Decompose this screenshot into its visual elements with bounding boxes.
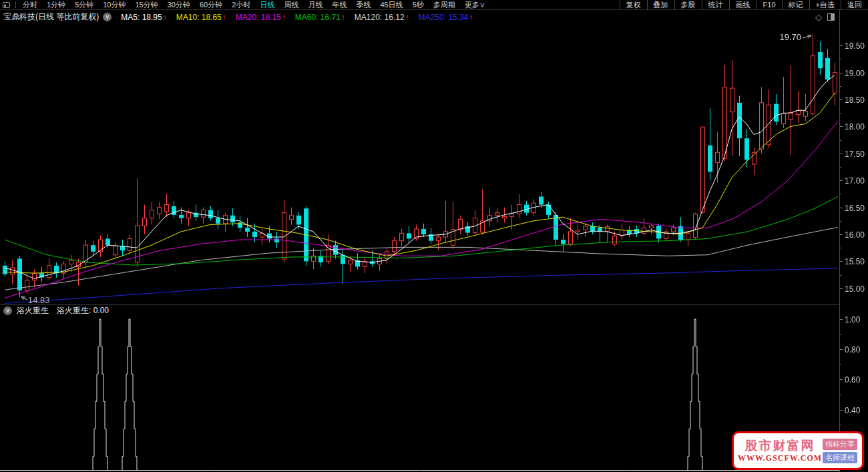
period-tab[interactable]: 15分钟 xyxy=(131,0,163,10)
indicator-header-row: ∨ 浴火重生 浴火重生: 0.00 xyxy=(0,304,839,316)
ma-legend-value: MA60: 16.71↑ xyxy=(295,13,345,22)
period-tab[interactable]: 年线 xyxy=(327,0,351,10)
toolbar-action-button[interactable]: 多股 xyxy=(674,0,702,10)
period-tab[interactable]: 多周期 xyxy=(429,0,460,10)
period-tab[interactable]: 5秒 xyxy=(408,0,429,10)
indicator-name: 浴火重生 xyxy=(17,305,49,316)
period-toolbar: 分时 1分钟 5分钟 10分钟 15分钟 30分钟 60分钟 2小时 日线 xyxy=(0,0,868,10)
up-arrow-icon: ↑ xyxy=(405,13,409,22)
window-layout-icon[interactable] xyxy=(3,2,10,8)
ma-legend-value: MA120: 16.12↑ xyxy=(355,13,409,22)
toolbar-action-button[interactable]: 复权 xyxy=(620,0,647,10)
watermark-url: WWW.GSCFW.COM xyxy=(737,453,823,463)
ma-legend-value: MA20: 18.15↑ xyxy=(236,13,286,22)
diamond-marker-icon[interactable]: ◇ xyxy=(815,12,822,22)
price-axis-line xyxy=(839,10,840,472)
up-arrow-icon: ↑ xyxy=(341,13,345,22)
up-arrow-icon: ↑ xyxy=(282,13,286,22)
period-tab[interactable]: 5分钟 xyxy=(70,0,98,10)
up-arrow-icon: ↑ xyxy=(222,13,226,22)
toolbar-action-button[interactable]: 画线 xyxy=(729,0,756,10)
up-arrow-icon: ↑ xyxy=(469,13,473,22)
main-candlestick-chart[interactable] xyxy=(0,24,868,304)
toolbar-separator xyxy=(15,1,16,8)
watermark-badge-2: 名师课程 xyxy=(823,452,857,463)
toolbar-action-button[interactable]: F10 xyxy=(756,1,782,9)
split-window-icon[interactable] xyxy=(827,13,835,21)
period-tab[interactable]: 1分钟 xyxy=(42,0,70,10)
ma-legend-value: MA250: 15.34↑ xyxy=(419,13,473,22)
stock-title: 宝鼎科技(日线 等比前复权) xyxy=(3,11,99,23)
watermark-site-name: 股市财富网 xyxy=(737,439,823,453)
watermark-badge-1: 指标分享 xyxy=(823,439,857,450)
info-bar: 宝鼎科技(日线 等比前复权) ∨ MA5: 18.95↑ MA10: 18.65… xyxy=(0,10,868,24)
indicator-collapse-chevron-icon[interactable]: ∨ xyxy=(3,306,12,315)
toolbar-action-button[interactable]: 标记 xyxy=(782,0,809,10)
indicator-value: 浴火重生: 0.00 xyxy=(57,305,109,316)
period-tab[interactable]: 10分钟 xyxy=(98,0,130,10)
toolbar-action-button[interactable]: 返回 xyxy=(841,0,868,10)
period-tab[interactable]: 月线 xyxy=(303,0,327,10)
toolbar-action-button[interactable]: +自选 xyxy=(809,0,841,10)
period-tab[interactable]: 季线 xyxy=(351,0,375,10)
ma-legend-value: MA5: 18.95↑ xyxy=(121,13,166,22)
period-tab[interactable]: 60分钟 xyxy=(195,0,227,10)
period-tab[interactable]: 45日线 xyxy=(375,0,407,10)
ma-legend-value: MA10: 18.65↑ xyxy=(176,13,226,22)
watermark-box: 股市财富网 WWW.GSCFW.COM 指标分享 名师课程 xyxy=(732,431,864,470)
up-arrow-icon: ↑ xyxy=(163,13,167,22)
period-tab[interactable]: 30分钟 xyxy=(163,0,195,10)
stock-app-window: 分时 1分钟 5分钟 10分钟 15分钟 30分钟 60分钟 2小时 日线 xyxy=(0,0,868,472)
toolbar-action-button[interactable]: 叠加 xyxy=(647,0,674,10)
collapse-chevron-icon[interactable]: ∨ xyxy=(103,13,112,21)
period-tab[interactable]: 周线 xyxy=(279,0,303,10)
period-tab[interactable]: 分时 xyxy=(18,0,42,10)
toolbar-action-button[interactable]: 统计 xyxy=(702,0,729,10)
period-tab[interactable]: 日线 xyxy=(255,0,279,10)
period-tab[interactable]: 2小时 xyxy=(227,0,255,10)
period-tab[interactable]: 更多∨ xyxy=(460,0,490,10)
